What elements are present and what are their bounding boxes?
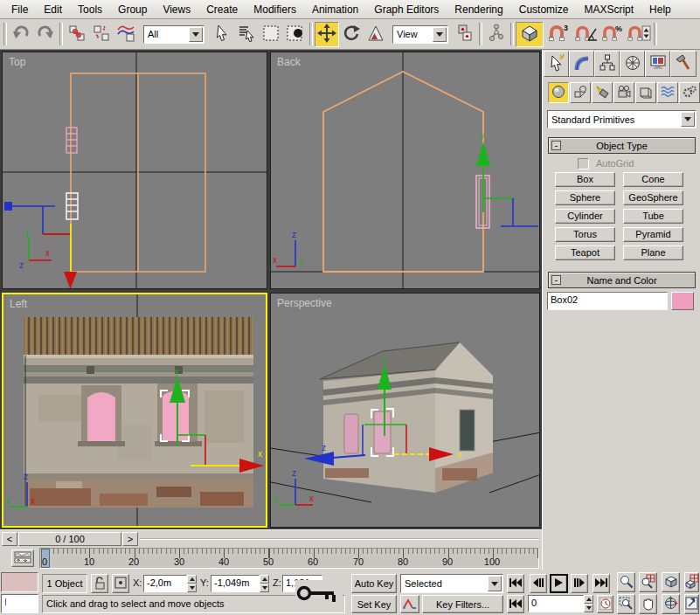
geosphere-button[interactable]: GeoSphere	[623, 190, 683, 205]
default-tangent-button[interactable]	[400, 595, 419, 613]
select-and-scale-button[interactable]	[364, 22, 388, 47]
primitive-category-dropdown[interactable]: Standard Primitives	[547, 110, 697, 128]
object-type-rollout-header[interactable]: - Object Type	[548, 137, 696, 154]
open-mini-curve-editor-button[interactable]	[11, 549, 34, 567]
next-frame-button[interactable]	[571, 574, 588, 593]
object-color-swatch[interactable]	[671, 292, 694, 310]
min-max-toggle-button[interactable]	[684, 594, 699, 614]
select-and-rotate-button[interactable]	[339, 22, 364, 47]
angle-snap-toggle-button[interactable]	[572, 22, 600, 47]
undo-button[interactable]	[9, 22, 33, 47]
category-space-warps-button[interactable]	[657, 82, 678, 103]
pan-button[interactable]	[639, 594, 657, 614]
menu-animation[interactable]: Animation	[304, 1, 366, 18]
viewport-perspective[interactable]: Perspective	[270, 293, 540, 528]
unlink-selection-button[interactable]	[89, 22, 114, 47]
menu-modifiers[interactable]: Modifiers	[246, 1, 304, 18]
tab-display[interactable]	[645, 51, 670, 77]
snaps-toggle-button[interactable]	[516, 22, 544, 47]
percent-snap-toggle-button[interactable]: %	[600, 22, 626, 47]
rollout-collapse-icon[interactable]: -	[551, 275, 561, 285]
track-bar-ruler[interactable]: 0 10 20 30 40 50 60 70 80 90 100	[39, 548, 539, 569]
tab-motion[interactable]	[620, 51, 645, 77]
time-slider-handle[interactable]: 0 / 100	[18, 532, 121, 546]
viewport-top[interactable]: Top	[2, 52, 267, 289]
time-configuration-button[interactable]	[597, 595, 613, 613]
menu-file[interactable]: File	[3, 1, 36, 18]
zoom-button[interactable]	[617, 572, 635, 592]
rectangular-selection-region-button[interactable]	[259, 22, 283, 47]
rollout-collapse-icon[interactable]: -	[551, 141, 561, 150]
absolute-offset-mode-toggle[interactable]	[112, 574, 129, 593]
dropdown-arrow-icon[interactable]	[433, 27, 447, 42]
tab-modify[interactable]	[569, 51, 594, 77]
category-geometry-button[interactable]	[548, 82, 569, 103]
plane-button[interactable]: Plane	[623, 245, 683, 260]
menu-create[interactable]: Create	[198, 1, 246, 18]
maxscript-mini-listener-macro[interactable]	[1, 572, 38, 592]
viewport-back[interactable]: Back y z x y	[270, 52, 540, 289]
zoom-extents-all-button[interactable]	[684, 572, 699, 592]
select-by-name-button[interactable]	[234, 22, 259, 47]
y-spinner[interactable]	[260, 575, 269, 592]
x-spinner[interactable]	[187, 575, 197, 592]
tab-hierarchy[interactable]	[594, 51, 620, 77]
select-and-move-button[interactable]	[315, 22, 339, 47]
window-crossing-toggle-button[interactable]	[283, 22, 308, 47]
zoom-all-button[interactable]	[639, 572, 657, 592]
time-slider-prev-button[interactable]: <	[2, 532, 17, 546]
use-pivot-point-center-button[interactable]	[453, 22, 477, 47]
select-object-button[interactable]	[210, 22, 234, 47]
autogrid-checkbox[interactable]	[578, 158, 589, 169]
menu-group[interactable]: Group	[110, 1, 155, 18]
category-systems-button[interactable]	[679, 82, 700, 103]
tube-button[interactable]: Tube	[623, 209, 683, 224]
cone-button[interactable]: Cone	[623, 172, 683, 187]
category-helpers-button[interactable]	[635, 82, 656, 103]
arc-rotate-button[interactable]	[662, 594, 680, 614]
previous-frame-button[interactable]	[530, 574, 547, 593]
snap-3d-toggle-button[interactable]: 3	[544, 22, 572, 47]
dropdown-arrow-icon[interactable]	[189, 27, 203, 42]
name-color-rollout-header[interactable]: - Name and Color	[548, 272, 696, 288]
category-lights-button[interactable]	[592, 82, 613, 103]
redo-button[interactable]	[33, 22, 58, 47]
x-coordinate-field[interactable]: -2,0m	[143, 575, 187, 592]
auto-key-button[interactable]: Auto Key	[351, 574, 397, 593]
selection-filter-dropdown[interactable]: All	[143, 25, 204, 44]
set-keys-button[interactable]	[295, 580, 343, 610]
menu-rendering[interactable]: Rendering	[447, 1, 510, 18]
category-cameras-button[interactable]	[613, 82, 634, 103]
key-mode-toggle-button[interactable]	[507, 595, 524, 613]
key-selection-set-dropdown[interactable]: Selected	[400, 574, 503, 593]
viewport-left[interactable]: Left	[2, 293, 267, 528]
key-filters-button[interactable]: Key Filters...	[422, 595, 503, 613]
box-button[interactable]: Box	[555, 172, 615, 187]
sphere-button[interactable]: Sphere	[555, 190, 615, 205]
select-and-link-button[interactable]	[65, 22, 89, 47]
time-slider-track[interactable]	[140, 538, 539, 540]
go-to-end-button[interactable]	[593, 574, 610, 593]
zoom-region-button[interactable]	[617, 594, 635, 614]
object-name-field[interactable]: Box02	[547, 292, 668, 310]
category-shapes-button[interactable]	[570, 82, 591, 103]
tab-create[interactable]	[544, 51, 569, 77]
current-frame-field[interactable]: 0	[528, 595, 584, 612]
menu-help[interactable]: Help	[641, 1, 679, 18]
menu-customize[interactable]: Customize	[511, 1, 577, 18]
dropdown-arrow-icon[interactable]	[488, 576, 502, 591]
zoom-extents-button[interactable]	[662, 572, 680, 592]
pyramid-button[interactable]: Pyramid	[623, 227, 683, 242]
selection-lock-toggle[interactable]	[91, 574, 108, 593]
menu-graph-editors[interactable]: Graph Editors	[366, 1, 447, 18]
spinner-snap-toggle-button[interactable]	[626, 22, 652, 47]
frame-spinner[interactable]	[584, 595, 593, 612]
cylinder-button[interactable]: Cylinder	[555, 209, 615, 224]
select-and-manipulate-button[interactable]	[484, 22, 509, 47]
dropdown-arrow-icon[interactable]	[681, 112, 695, 127]
time-slider-next-button[interactable]: >	[122, 532, 138, 546]
set-key-button[interactable]: Set Key	[351, 595, 397, 613]
tab-utilities[interactable]	[670, 51, 697, 77]
teapot-button[interactable]: Teapot	[555, 245, 615, 260]
menu-edit[interactable]: Edit	[36, 1, 70, 18]
